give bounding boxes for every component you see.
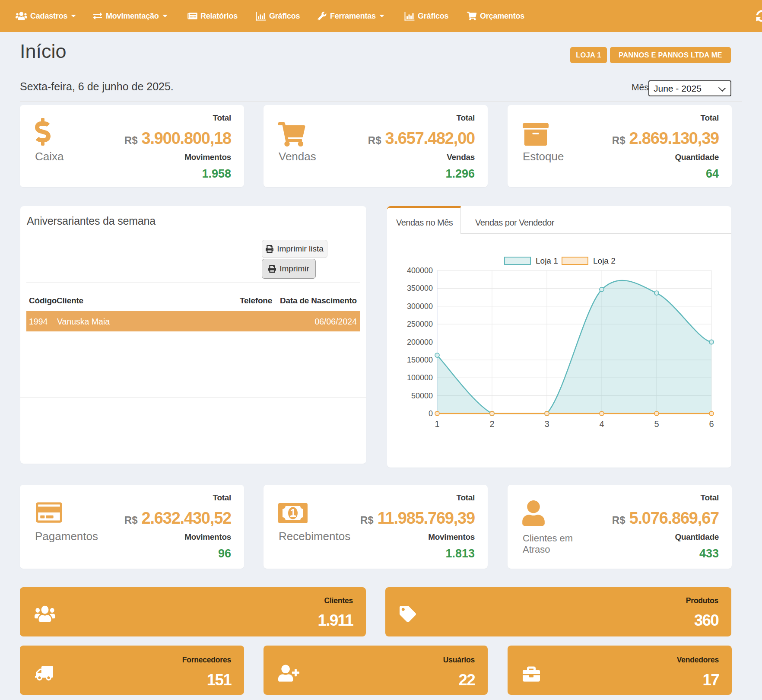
- svg-text:100000: 100000: [407, 373, 433, 382]
- svg-text:200000: 200000: [407, 338, 433, 347]
- svg-text:4: 4: [599, 419, 604, 429]
- svg-text:Loja 2: Loja 2: [593, 256, 616, 265]
- svg-text:1: 1: [435, 419, 439, 429]
- svg-text:350000: 350000: [407, 284, 433, 293]
- svg-text:5: 5: [654, 419, 659, 429]
- svg-text:6: 6: [709, 419, 714, 429]
- svg-text:0: 0: [429, 409, 433, 418]
- svg-text:300000: 300000: [407, 302, 433, 311]
- svg-text:150000: 150000: [407, 356, 433, 364]
- svg-text:3: 3: [544, 419, 549, 429]
- svg-text:400000: 400000: [407, 266, 433, 275]
- svg-text:2: 2: [489, 419, 494, 429]
- svg-text:Loja 1: Loja 1: [536, 256, 558, 265]
- svg-text:50000: 50000: [411, 391, 433, 400]
- svg-text:250000: 250000: [407, 320, 433, 328]
